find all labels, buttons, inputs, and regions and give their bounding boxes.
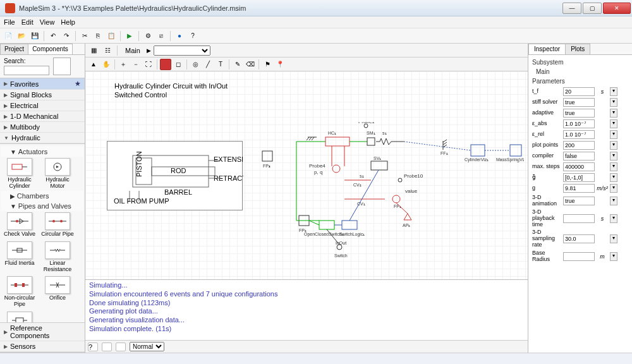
param-dropdown[interactable]: ▾ [610, 119, 617, 128]
subcat-pipes[interactable]: ▼ Pipes and Valves [1, 201, 83, 211]
subcat-actuators[interactable]: ▼ Actuators [1, 147, 83, 157]
redo-icon[interactable]: ↷ [61, 30, 72, 42]
param-input[interactable] [563, 184, 595, 193]
shape-icon[interactable]: ◻ [173, 59, 184, 70]
line-icon[interactable]: ╱ [202, 59, 214, 70]
param-dropdown[interactable]: ▾ [610, 87, 617, 96]
cat-signal-blocks[interactable]: ▶Signal Blocks [0, 90, 85, 100]
param-input[interactable] [563, 130, 595, 139]
breadcrumb-main[interactable]: Main [121, 46, 144, 55]
cat-1d-mechanical[interactable]: ▶1-D Mechanical [0, 111, 85, 122]
cat-reference-components[interactable]: ▶Reference Components [0, 323, 85, 341]
cat-favorites[interactable]: ▶Favorites★ [0, 78, 85, 90]
view-tree-icon[interactable]: ☷ [102, 45, 113, 56]
tab-project[interactable]: Project [0, 44, 28, 54]
pointer-icon[interactable]: ▲ [88, 59, 99, 70]
search-input[interactable] [4, 66, 49, 75]
close-button[interactable]: ✕ [603, 3, 631, 14]
tab-inspector[interactable]: Inspector [528, 44, 566, 54]
maximize-button[interactable]: ▢ [583, 3, 602, 14]
cat-hydraulic[interactable]: ▼Hydraulic [0, 133, 85, 143]
param-input[interactable] [563, 141, 595, 150]
info-icon[interactable]: ● [174, 30, 185, 42]
help-icon[interactable]: ? [187, 30, 198, 42]
param-dropdown[interactable]: ▾ [610, 109, 617, 118]
tab-plots[interactable]: Plots [565, 44, 590, 54]
param-dropdown[interactable]: ▾ [610, 173, 617, 182]
param-dropdown[interactable]: ▾ [610, 152, 617, 161]
color-red-icon[interactable] [160, 59, 171, 70]
tool-b-icon[interactable]: ⎚ [155, 30, 167, 42]
param-input[interactable] [563, 162, 595, 171]
copy-icon[interactable]: ⎘ [92, 30, 104, 42]
tab-components[interactable]: Components [28, 44, 73, 54]
undo-icon[interactable]: ↶ [47, 30, 59, 42]
pin-icon[interactable]: 📍 [274, 59, 286, 70]
param-input[interactable] [563, 214, 595, 223]
pal-check-valve[interactable]: Check Valve [1, 211, 38, 239]
flag-icon[interactable]: ⚑ [262, 59, 273, 70]
menu-view[interactable]: View [40, 18, 55, 26]
param-dropdown[interactable]: ▾ [610, 234, 617, 243]
pal-non-circular-pipe[interactable]: Non-circular Pipe [1, 275, 38, 309]
svg-line-93 [312, 137, 314, 140]
minimize-button[interactable]: — [562, 3, 581, 14]
cat-sensors[interactable]: ▶Sensors [0, 341, 85, 352]
open-icon[interactable]: 📂 [16, 30, 27, 42]
param-input[interactable] [563, 109, 595, 118]
model-canvas[interactable]: Hydraulic Cylinder Circuit with In/Out S… [85, 71, 528, 279]
param-dropdown[interactable]: ▾ [610, 98, 617, 107]
menu-file[interactable]: File [4, 18, 15, 26]
param-input[interactable] [563, 173, 595, 182]
zoom-out-icon[interactable]: － [130, 59, 142, 70]
view-grid-icon[interactable]: ▦ [88, 45, 99, 56]
pal-hydraulic-motor[interactable]: Hydraulic Motor [39, 157, 76, 191]
pal-orifice[interactable]: Orifice [39, 275, 76, 309]
param-dropdown[interactable]: ▾ [610, 184, 617, 193]
eraser-icon[interactable]: ⌫ [245, 59, 256, 70]
subcat-chambers[interactable]: ▶ Chambers [1, 191, 83, 201]
save-icon[interactable]: 💾 [29, 30, 40, 42]
new-icon[interactable]: 📄 [3, 30, 14, 42]
pen-icon[interactable]: ✎ [232, 59, 243, 70]
param-dropdown[interactable]: ▾ [610, 197, 617, 205]
pal-circular-pipe[interactable]: Circular Pipe [39, 211, 76, 239]
subsystem-select[interactable] [154, 46, 210, 56]
run-icon[interactable]: ▶ [124, 30, 135, 42]
svg-rect-37 [367, 138, 375, 145]
console-help-icon[interactable]: ? [88, 343, 98, 351]
param-input[interactable] [563, 87, 595, 96]
paste-icon[interactable]: 📋 [106, 30, 117, 42]
console-clear-icon[interactable] [102, 343, 112, 351]
pal-hydraulic-cylinder[interactable]: Hydraulic Cylinder [1, 157, 38, 191]
zoom-fit-icon[interactable]: ⛶ [143, 59, 154, 70]
param-input[interactable] [563, 98, 595, 107]
hand-icon[interactable]: ✋ [100, 59, 112, 70]
param-dropdown[interactable]: ▾ [610, 130, 617, 139]
cut-icon[interactable]: ✂ [79, 30, 90, 42]
param-input[interactable] [563, 234, 595, 243]
param-dropdown[interactable]: ▾ [610, 252, 617, 261]
param-input[interactable] [563, 197, 595, 205]
pal-spool-valve[interactable]: Spool Valve [1, 310, 38, 322]
console-copy-icon[interactable] [116, 343, 126, 351]
param-input[interactable] [563, 252, 595, 261]
probe-icon[interactable]: ◎ [190, 59, 201, 70]
menu-edit[interactable]: Edit [21, 18, 33, 26]
param-dropdown[interactable]: ▾ [610, 214, 617, 223]
param-dropdown[interactable]: ▾ [610, 141, 617, 150]
zoom-in-icon[interactable]: ＋ [118, 59, 129, 70]
param-dropdown[interactable]: ▾ [610, 162, 617, 171]
pal-fluid-inertia[interactable]: Fluid Inertia [1, 240, 38, 274]
menu-help[interactable]: Help [61, 18, 75, 26]
text-icon[interactable]: T [215, 59, 226, 70]
svg-text:Probe1: Probe1 [358, 122, 375, 124]
param-input[interactable] [563, 119, 595, 128]
param-input[interactable] [563, 152, 595, 161]
console-mode-select[interactable]: Normal [130, 342, 164, 351]
cat-multibody[interactable]: ▶Multibody [0, 122, 85, 133]
pal-linear-resistance[interactable]: Linear Resistance [39, 240, 76, 274]
cat-electrical[interactable]: ▶Electrical [0, 100, 85, 111]
svg-text:HC₁: HC₁ [328, 131, 336, 135]
tool-a-icon[interactable]: ⚙ [142, 30, 154, 42]
